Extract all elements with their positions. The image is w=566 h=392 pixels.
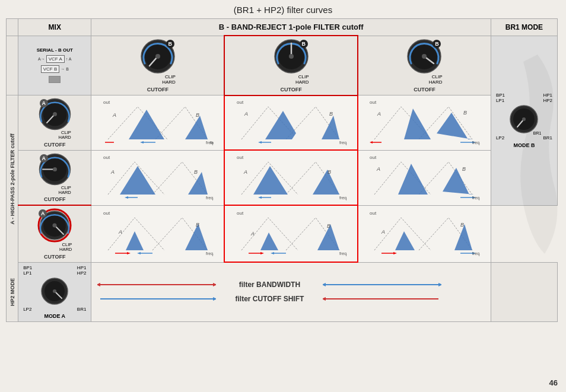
- curve-svg-2-1: out A B freq.: [102, 153, 214, 202]
- header-b-filter: B - BAND-REJECT 1-pole FILTER cutoff: [91, 19, 491, 36]
- svg-marker-88: [127, 252, 131, 254]
- mode-b-label: MODE B: [494, 142, 555, 148]
- cutoff-row: filter CUTOFF SHIFT: [97, 294, 484, 304]
- svg-text:out: out: [103, 211, 110, 216]
- svg-text:out: out: [370, 100, 377, 105]
- curve-svg-3-2: out A B freq.: [236, 209, 347, 257]
- svg-text:B: B: [463, 110, 467, 116]
- svg-point-7: [289, 54, 294, 59]
- svg-point-115: [53, 289, 56, 293]
- a-knob-row2-cell: A CLIPHARD CUTOFF: [18, 150, 91, 205]
- svg-text:A: A: [112, 112, 116, 118]
- svg-text:out: out: [103, 155, 110, 160]
- svg-text:freq.: freq.: [472, 196, 480, 200]
- a-knob-row1-cell: A CLIPHARD CUTOFF: [18, 95, 91, 151]
- clip-hard-a-r3: CLIPHARD: [37, 243, 72, 253]
- svg-text:freq.: freq.: [339, 196, 347, 200]
- svg-text:A: A: [376, 166, 380, 172]
- knob-b2-wrap: B CLIPHARD: [274, 39, 309, 85]
- svg-marker-45: [370, 141, 373, 144]
- hp2-labels-bot: LP2 BR1: [21, 307, 88, 312]
- svg-text:B: B: [194, 169, 198, 175]
- lp2-label-br1: LP2: [496, 135, 504, 141]
- curve-1-1: out freq. A B freq.: [91, 95, 224, 151]
- header-mix: MIX: [18, 19, 91, 36]
- page-number: 46: [549, 378, 558, 387]
- b-knob-cell-1: B CLIPHARD CUTOFF: [91, 36, 224, 95]
- br1-knob: BR1: [509, 104, 539, 134]
- svg-point-81: [53, 224, 57, 228]
- svg-text:B: B: [329, 111, 333, 117]
- svg-marker-37: [258, 141, 262, 144]
- side-label-a: A - HIGH-PASS 2-pole FILTER cutoff: [7, 95, 18, 263]
- svg-marker-28: [140, 141, 144, 144]
- curve-2-2: out A B freq.: [224, 150, 358, 205]
- main-table: MIX B - BAND-REJECT 1-pole FILTER cutoff…: [6, 18, 558, 322]
- svg-text:A: A: [118, 229, 122, 235]
- svg-point-3: [155, 54, 160, 59]
- b-knob-cell-2: B CLIPHARD CUTOFF: [224, 36, 358, 95]
- side-label-hp2: HP2 MODE: [7, 262, 18, 321]
- svg-text:B: B: [327, 223, 330, 229]
- clip-hard-label-b3: CLIPHARD: [406, 75, 442, 85]
- svg-marker-120: [323, 283, 326, 286]
- serial-diagram: A→ VCF A ↑ A VCF B → B: [21, 55, 88, 83]
- b-badge-2: B: [300, 40, 308, 48]
- svg-text:A: A: [243, 169, 247, 175]
- lp2-hp2: LP2: [23, 307, 31, 312]
- curve-3-3: out A B freq.: [358, 205, 491, 262]
- curve-svg-3-3: out A B freq.: [368, 209, 480, 257]
- svg-marker-121: [438, 283, 441, 286]
- br1-label-text: BR1: [543, 135, 552, 141]
- clip-hard-label-b2: CLIPHARD: [274, 75, 309, 85]
- cutoff-label-b3: CUTOFF: [414, 87, 435, 93]
- a-knob-row3-cell: A CLIPHARD CUTOFF: [18, 205, 91, 262]
- svg-text:A: A: [110, 169, 115, 175]
- bp1-label: BP1: [496, 93, 505, 98]
- cutoff-red-right-arrow: [323, 294, 441, 304]
- svg-text:freq.: freq.: [206, 251, 214, 256]
- svg-text:out: out: [103, 100, 110, 105]
- a-badge-r2: A: [40, 154, 48, 162]
- hp2-knob-svg: [40, 277, 69, 305]
- br1-knob-svg: [509, 104, 539, 134]
- curve-3-1: out A B freq.: [91, 205, 224, 262]
- a-knob-r2-container: A CLIPHARD CUTOFF: [18, 151, 91, 205]
- cutoff-a-r3: CUTOFF: [44, 254, 65, 260]
- hp2-labels-mid: LP1 HP2: [21, 270, 88, 276]
- a-knob-r1-container: A CLIPHARD CUTOFF: [18, 95, 91, 150]
- svg-marker-125: [323, 297, 326, 301]
- svg-text:B: B: [327, 169, 331, 175]
- svg-marker-62: [241, 166, 304, 195]
- knob-b3-container: B CLIPHARD CUTOFF: [358, 36, 491, 95]
- curve-svg-1-1: out freq. A B freq.: [102, 98, 214, 146]
- svg-text:A: A: [244, 111, 248, 117]
- br1-label: BR1: [533, 131, 542, 135]
- bandwidth-red-arrow: [97, 280, 216, 289]
- svg-text:freq.: freq.: [206, 141, 214, 145]
- bottom-info-cell: filter BANDWIDTH filter CUTOFF SHIFT: [91, 262, 491, 321]
- svg-text:freq.: freq.: [339, 141, 347, 145]
- svg-marker-59: [125, 196, 128, 199]
- svg-marker-100: [271, 252, 274, 254]
- svg-marker-90: [137, 252, 141, 254]
- svg-text:freq.: freq.: [472, 251, 480, 256]
- knob-b1-wrap: B CLIPHARD: [140, 39, 176, 85]
- knob-b3-wrap: B CLIPHARD: [406, 39, 442, 85]
- br1-labels-top: BP1 HP1: [494, 93, 555, 98]
- curve-svg-2-3: out A B freq.: [368, 153, 480, 202]
- bandwidth-blue-arrow: [323, 280, 441, 289]
- br1-labels-bot: LP2 BR1: [494, 135, 555, 141]
- empty-corner: [7, 19, 18, 36]
- svg-marker-54: [108, 166, 173, 195]
- serial-b-label: SERIAL - B OUT: [21, 47, 88, 53]
- cutoff-label-b1: CUTOFF: [147, 87, 168, 93]
- lp1-label-br1: LP1: [496, 98, 504, 103]
- cutoff-label-b2: CUTOFF: [280, 87, 301, 93]
- svg-text:B: B: [462, 166, 466, 172]
- hp2-label: HP2: [77, 270, 87, 276]
- cutoff-shift-label: filter CUTOFF SHIFT: [216, 295, 323, 303]
- svg-text:out: out: [370, 211, 377, 216]
- curve-2-3: out A B freq.: [358, 150, 491, 205]
- hp2-label-br1: HP2: [543, 98, 552, 103]
